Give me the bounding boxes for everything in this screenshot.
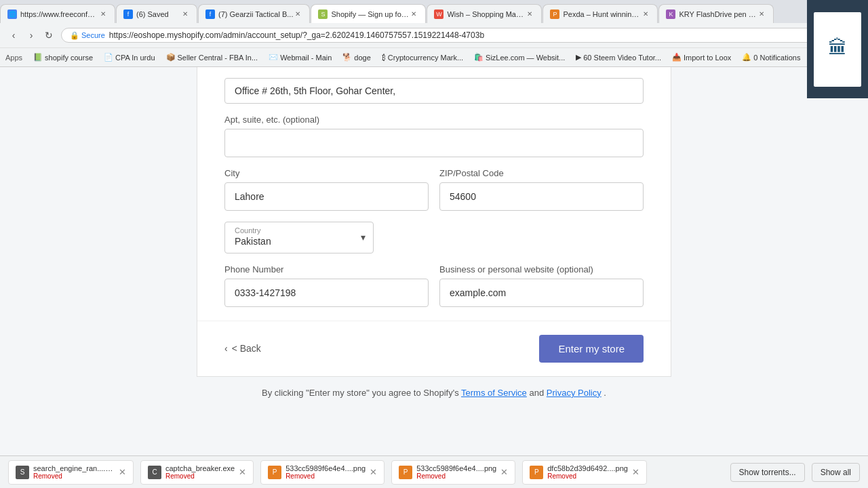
back-nav-button[interactable]: ‹ [5, 27, 22, 43]
apt-input[interactable] [224, 129, 644, 157]
bookmark-notifications[interactable]: 🔔 0 Notifications [739, 52, 803, 62]
download-name-1: search_engine_ran....exe [33, 464, 115, 472]
terms-and: and [529, 388, 546, 398]
tab-pexda[interactable]: P Pexda – Hunt winning p... ✕ [542, 4, 658, 23]
tab-close[interactable]: ✕ [757, 9, 766, 19]
terms-bar: By clicking "Enter my store" you agree t… [197, 377, 671, 409]
tab-gearzii[interactable]: f (7) Gearzii Tactical B... ✕ [198, 4, 310, 23]
tab-freeconference[interactable]: 🌐 https://www.freeconference... ✕ [0, 4, 115, 23]
bookmark-import-loox[interactable]: 📥 Import to Loox [669, 52, 734, 62]
download-file-icon-3: P [268, 466, 281, 479]
phone-label: Phone Number [224, 264, 429, 274]
show-torrents-button[interactable]: Show torrents... [730, 463, 805, 482]
download-status-1: Removed [33, 472, 115, 480]
tab-label: (6) Saved [136, 10, 169, 18]
download-status-2: Removed [165, 472, 235, 480]
download-name-3: 533cc5989f6e4e4....png [285, 464, 366, 472]
bookmark-webmail[interactable]: ✉️ Webmail - Main [266, 52, 334, 62]
tab-wish[interactable]: W Wish – Shopping Made... ✕ [427, 4, 542, 23]
download-status-4: Removed [416, 472, 496, 480]
tab-label: (7) Gearzii Tactical B... [218, 10, 293, 18]
website-input[interactable] [439, 279, 644, 307]
refresh-button[interactable]: ↻ [41, 27, 57, 43]
address-section [197, 67, 671, 104]
download-close-3[interactable]: ✕ [370, 467, 377, 477]
country-inner-label: Country [235, 226, 349, 235]
download-name-5: dfc58b2d39d6492....png [547, 464, 628, 472]
secure-badge: 🔒 Secure [70, 31, 105, 40]
tab-favicon: K [666, 9, 675, 19]
download-close-2[interactable]: ✕ [239, 467, 246, 477]
phone-website-row: Phone Number Business or personal websit… [197, 253, 671, 307]
download-file-icon-5: P [530, 466, 543, 479]
zip-label: ZIP/Postal Code [439, 168, 644, 178]
bookmark-sizlee[interactable]: 🛍️ SizLee.com — Websit... [471, 52, 568, 62]
country-section: Country Pakistan ▾ [197, 211, 671, 253]
tab-close[interactable]: ✕ [293, 9, 302, 19]
address-bar[interactable]: 🔒 Secure https://eoshope.myshopify.com/a… [61, 28, 863, 43]
tab-favicon: S [318, 9, 328, 19]
apt-label: Apt, suite, etc. (optional) [224, 115, 644, 125]
show-all-button[interactable]: Show all [812, 463, 860, 482]
website-label: Business or personal website (optional) [439, 264, 644, 274]
tab-shopify[interactable]: S Shopify — Sign up for t... ✕ [311, 4, 426, 23]
download-status-5: Removed [547, 472, 628, 480]
tab-close[interactable]: ✕ [641, 9, 650, 19]
overlay-card: 🏛 [807, 0, 868, 98]
tab-label: Shopify — Sign up for t... [331, 10, 409, 18]
download-close-4[interactable]: ✕ [500, 467, 508, 477]
download-name-2: captcha_breaker.exe [165, 464, 235, 472]
tab-favicon: 🌐 [7, 9, 17, 19]
country-chevron-down-icon: ▾ [361, 232, 366, 243]
terms-of-service-link[interactable]: Terms of Service [461, 388, 527, 398]
tab-label: Pexda – Hunt winning p... [563, 10, 641, 18]
country-select-wrapper[interactable]: Country Pakistan ▾ [224, 222, 374, 253]
download-file-icon-1: S [16, 466, 29, 479]
download-item-2: C captcha_breaker.exe Removed ✕ [140, 460, 254, 485]
back-link[interactable]: ‹ < Back [224, 343, 261, 354]
bookmark-shopify-course[interactable]: 📗 shopify course [31, 52, 96, 62]
terms-text: By clicking "Enter my store" you agree t… [262, 388, 461, 398]
download-close-5[interactable]: ✕ [632, 467, 639, 477]
secure-label: Secure [81, 31, 105, 39]
tab-close[interactable]: ✕ [98, 9, 108, 19]
bookmark-seller-central[interactable]: 📦 Seller Central - FBA In... [163, 52, 261, 62]
country-value: Pakistan [235, 235, 349, 249]
tab-close[interactable]: ✕ [180, 9, 190, 19]
footer-actions: ‹ < Back Enter my store [197, 321, 671, 376]
bookmark-steem[interactable]: ▶ 60 Steem Video Tutor... [573, 52, 664, 62]
zip-input[interactable] [439, 182, 644, 211]
phone-input[interactable] [224, 279, 429, 307]
browser-chrome: 🌐 https://www.freeconference... ✕ f (6) … [0, 0, 868, 67]
download-status-3: Removed [285, 472, 366, 480]
tab-saved[interactable]: f (6) Saved ✕ [116, 4, 197, 23]
bookmark-crypto[interactable]: ₿ Cryptocurrency Mark... [379, 53, 466, 62]
address-line1-input[interactable] [224, 78, 644, 104]
bookmark-cpa-urdu[interactable]: 📄 CPA In urdu [101, 52, 158, 62]
country-dropdown[interactable]: Country Pakistan [224, 222, 374, 253]
download-bar: S search_engine_ran....exe Removed ✕ C c… [0, 455, 868, 488]
tab-favicon: f [205, 9, 215, 19]
tab-favicon: f [123, 9, 133, 19]
city-input[interactable] [224, 182, 429, 211]
tab-close[interactable]: ✕ [409, 9, 418, 19]
bookmarks-bar: Apps 📗 shopify course 📄 CPA In urdu 📦 Se… [0, 47, 868, 66]
download-close-1[interactable]: ✕ [119, 467, 126, 477]
download-item-3: P 533cc5989f6e4e4....png Removed ✕ [260, 460, 384, 485]
forward-nav-button[interactable]: › [23, 27, 39, 43]
city-label: City [224, 168, 429, 178]
download-name-4: 533cc5989f6e4e4....png [416, 464, 496, 472]
privacy-policy-link[interactable]: Privacy Policy [547, 388, 601, 398]
tab-bar: 🌐 https://www.freeconference... ✕ f (6) … [0, 0, 868, 23]
tab-close[interactable]: ✕ [525, 9, 534, 19]
phone-section: Phone Number [224, 264, 429, 307]
enter-store-button[interactable]: Enter my store [539, 335, 644, 363]
tab-label: Wish – Shopping Made... [447, 10, 525, 18]
download-item-5: P dfc58b2d39d6492....png Removed ✕ [522, 460, 647, 485]
tab-label: KRY FlashDrive pen dri... [679, 10, 757, 18]
city-zip-row: City ZIP/Postal Code [197, 157, 671, 211]
bookmark-doge[interactable]: 🐕 doge [340, 52, 373, 62]
tab-label: https://www.freeconference... [20, 10, 98, 18]
download-item-4: P 533cc5989f6e4e4....png Removed ✕ [391, 460, 515, 485]
tab-kry[interactable]: K KRY FlashDrive pen dri... ✕ [658, 4, 774, 23]
